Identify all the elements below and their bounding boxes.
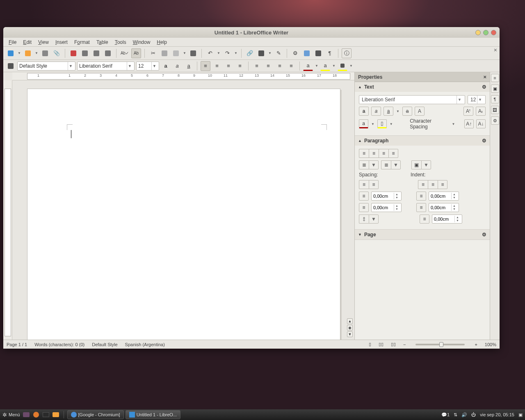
paragraph-style-combo[interactable]: Default Style ▼ [17,62,75,71]
underline-button[interactable]: a [184,61,194,71]
export-pdf-button[interactable] [68,48,78,58]
vertical-ruler[interactable] [3,80,12,340]
print-preview-button[interactable] [103,48,113,58]
attach-button[interactable]: 📎 [52,48,62,58]
menu-format[interactable]: Format [71,39,93,46]
underline-dropdown[interactable]: ▼ [396,110,400,113]
table-button[interactable] [256,48,266,58]
messages-indicator[interactable]: 💬1 [441,412,450,418]
line-spacing-dropdown[interactable]: ▼ [369,215,379,224]
space-above-spinner[interactable]: ▲▼ [371,192,402,201]
redo-dropdown[interactable]: ▼ [234,51,238,55]
zoom-in-button[interactable]: + [475,342,477,347]
sidebar-fontcolor-button[interactable]: a [359,119,368,128]
highlight-dropdown[interactable]: ▼ [332,64,336,68]
space-below-value[interactable] [372,205,394,210]
scroll-up-button[interactable]: ▲ [347,318,353,324]
session-icon[interactable]: ▣ [518,412,523,418]
new-dropdown[interactable]: ▼ [17,51,21,55]
menu-window[interactable]: Window [130,39,153,46]
undo-dropdown[interactable]: ▼ [217,51,221,55]
indent-left-value[interactable] [429,194,451,199]
tab-gallery-button[interactable]: ¶ [491,95,499,103]
para-align-left-button[interactable]: ≡ [359,149,369,158]
document-page[interactable] [27,89,340,340]
menu-table[interactable]: Table [94,39,111,46]
increase-indent-button[interactable]: ≡ [418,180,428,189]
indent-right-value[interactable] [429,205,451,210]
status-words[interactable]: Words (characters): 0 (0) [34,342,84,347]
decrease-paraspace-button[interactable]: ≡ [369,180,379,189]
sidebar-highlight-button[interactable]: ▯ [377,119,387,128]
para-numbers-button[interactable]: ≣ [381,160,391,169]
align-right-button[interactable]: ≡ [224,61,233,71]
gear-icon[interactable]: ⚙ [482,138,486,144]
increase-paraspace-button[interactable]: ≡ [359,180,369,189]
menu-help[interactable]: Help [154,39,170,46]
indent-right-spinner[interactable]: ▲▼ [429,203,459,212]
section-text-header[interactable]: ▲ Text ⚙ [355,82,490,92]
new-button[interactable] [6,48,16,58]
para-bullets-button[interactable]: ≣ [359,160,369,169]
open-button[interactable] [23,48,33,58]
data-sources-button[interactable] [313,48,323,58]
document-canvas[interactable]: ▲ ◉ ▼ [12,80,354,340]
minimize-button[interactable] [475,30,481,35]
highlight-dropdown[interactable]: ▼ [389,122,393,126]
volume-icon[interactable]: 🔊 [461,412,467,418]
undo-button[interactable]: ↶ [205,48,215,58]
increase-font-button[interactable]: A↑ [464,119,474,128]
task-libreoffice[interactable]: Untitled 1 - LibreO... [126,410,180,419]
para-numbers-dropdown[interactable]: ▼ [391,160,401,169]
para-bg-dropdown[interactable]: ▼ [421,160,431,169]
document-close-button[interactable]: × [494,47,497,53]
sidebar-font-combo[interactable]: Liberation Serif ▼ [359,95,465,104]
options-button[interactable]: ⚙ [290,48,300,58]
indent-increase-button[interactable]: ≡ [286,61,296,71]
table-dropdown[interactable]: ▼ [268,51,272,55]
sidebar-italic-button[interactable]: a [371,107,381,116]
sidebar-strike-button[interactable]: a [402,107,412,116]
align-left-button[interactable]: ≡ [201,61,210,71]
tab-styles-button[interactable]: ▣ [491,84,499,93]
background-color-dropdown[interactable]: ▼ [349,64,353,68]
maximize-button[interactable] [483,30,488,35]
sidebar-underline-button[interactable]: a [383,107,393,116]
font-size-combo[interactable]: 12 ▼ [136,62,159,71]
horizontal-ruler[interactable]: 1 1 2 3 4 5 6 7 8 9 10 11 12 13 14 15 16 [12,72,354,80]
para-align-right-button[interactable]: ≡ [379,149,388,158]
paste-button[interactable] [171,48,181,58]
hyperlink-button[interactable]: 🔗 [245,48,255,58]
scroll-down-button[interactable]: ▼ [347,331,353,337]
background-color-button[interactable] [338,61,347,71]
status-style[interactable]: Default Style [92,342,117,347]
status-lang[interactable]: Spanish (Argentina) [125,342,165,347]
section-page-header[interactable]: ▼ Page ⚙ [355,230,490,240]
para-align-justify-button[interactable]: ≡ [388,149,398,158]
zoom-value[interactable]: 100% [485,342,496,347]
para-bg-button[interactable]: ▣ [411,160,421,169]
font-color-dropdown[interactable]: ▼ [315,64,319,68]
align-justify-button[interactable]: ≡ [235,61,245,71]
cut-button[interactable]: ✂ [148,48,158,58]
align-center-button[interactable]: ≡ [212,61,222,71]
nonprinting-button[interactable]: ¶ [325,48,335,58]
print-direct-button[interactable] [80,48,90,58]
save-button[interactable] [40,48,50,58]
bulleted-list-button[interactable]: ≡ [263,61,273,71]
sidebar-fontsize-combo[interactable]: 12 ▼ [468,95,486,104]
help-button[interactable]: ⓘ [342,48,352,58]
tab-navigator-button[interactable]: 🖼 [491,106,499,114]
insert-image-button[interactable] [302,48,312,58]
font-color-button[interactable]: a [303,61,313,71]
decrease-indent-button[interactable]: ≡ [428,180,438,189]
close-button[interactable] [491,30,496,35]
status-viewmode-book[interactable]: ▯▯ [391,342,396,347]
space-above-value[interactable] [372,194,394,199]
menu-insert[interactable]: Insert [52,39,71,46]
highlight-button[interactable]: a [320,61,330,71]
launcher-firefox[interactable] [32,410,41,419]
sidebar-close-button[interactable]: × [483,74,486,80]
launcher-terminal[interactable] [41,410,50,419]
draw-button[interactable]: ✎ [274,48,283,58]
